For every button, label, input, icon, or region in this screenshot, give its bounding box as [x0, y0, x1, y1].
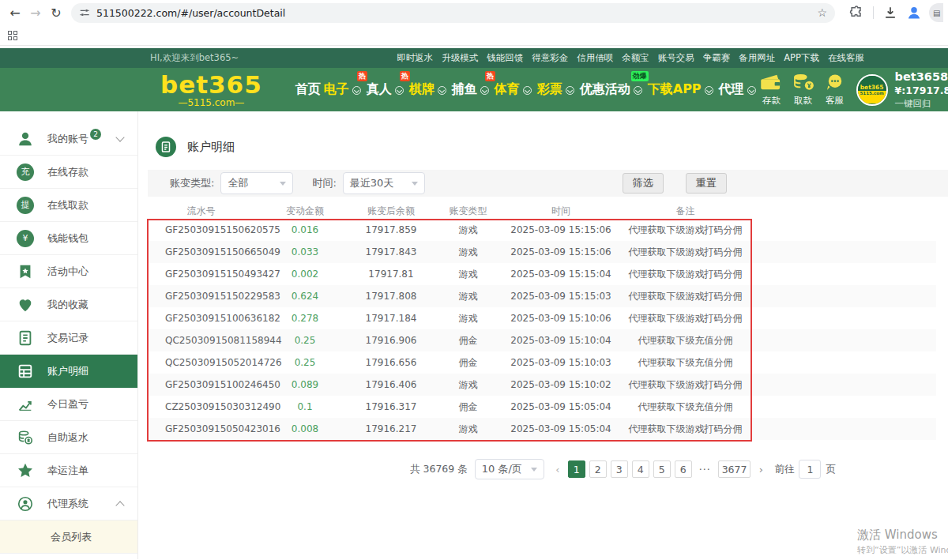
topbar-link[interactable]: 账号交易	[658, 52, 694, 64]
time-cell: 2025-03-09 15:15:03	[510, 291, 612, 302]
topbar-link[interactable]: 升级模式	[442, 52, 478, 64]
page-button-3[interactable]: 3	[611, 460, 628, 478]
extensions-icon[interactable]	[848, 5, 864, 21]
filter-button[interactable]: 筛选	[623, 173, 664, 194]
sidebar-item-在线取款[interactable]: 提在线取款	[0, 189, 137, 222]
sidebar-item-我的账号[interactable]: 我的账号2	[0, 122, 137, 156]
sidebar-item-账户明细[interactable]: 账户明细	[0, 355, 137, 388]
back-icon[interactable]: ←	[5, 2, 25, 23]
hot-badge: 热	[485, 71, 495, 81]
serial-cell: QC25030915081158944	[148, 335, 254, 346]
time-cell: 2025-03-09 15:05:04	[510, 401, 612, 412]
column-header: 账变类型	[427, 205, 510, 218]
nav-item-电子[interactable]: 热电子	[322, 81, 365, 98]
topbar-link[interactable]: 得意彩金	[532, 52, 568, 64]
nav-label: 下载APP	[648, 81, 702, 98]
sidebar-item-代理系统[interactable]: 代理系统	[0, 487, 137, 521]
page-button-2[interactable]: 2	[589, 460, 607, 478]
forward-icon[interactable]: →	[25, 2, 46, 23]
topbar-link[interactable]: 争霸赛	[703, 52, 731, 64]
nav-item-真人[interactable]: 热真人	[365, 81, 408, 98]
sidebar-item-今日盈亏[interactable]: 今日盈亏	[0, 388, 137, 421]
table-row[interactable]: CZ250309150303124900.117916.317佣金2025-03…	[148, 396, 936, 418]
table-row[interactable]: QC250309150811589440.2517916.906佣金2025-0…	[148, 329, 936, 351]
amount-cell: 0.624	[254, 291, 356, 302]
bookmark-star-icon[interactable]: ☆	[817, 6, 827, 19]
quick-actions: 存款取款客服	[760, 73, 847, 107]
table-row[interactable]: GF250309151002464500.08917916.406游戏2025-…	[148, 374, 936, 396]
page-button-1[interactable]: 1	[568, 460, 585, 478]
nav-item-下载APP[interactable]: 下载APP	[646, 81, 717, 98]
balance-cell: 17916.217	[356, 423, 427, 434]
next-page-button[interactable]: ›	[754, 464, 767, 475]
coins-icon	[792, 73, 815, 94]
topbar-link[interactable]: APP下载	[784, 52, 819, 64]
site-info-icon[interactable]	[79, 7, 90, 18]
site-logo[interactable]: bet365 —5115.com—	[160, 73, 262, 107]
nav-item-优惠活动[interactable]: 劲爆优惠活动	[578, 81, 646, 98]
table-row[interactable]: GF250309151504934270.00217917.81游戏2025-0…	[148, 263, 936, 285]
sidebar-item-交易记录[interactable]: 交易记录	[0, 321, 137, 355]
sidebar-item-幸运注单[interactable]: 幸运注单	[0, 454, 137, 487]
table-row[interactable]: GF250309151506205750.01617917.859游戏2025-…	[148, 219, 936, 241]
topbar-link[interactable]: 余额宝	[622, 52, 649, 64]
sidebar-item-会员列表[interactable]: 会员列表	[0, 521, 137, 554]
table-row[interactable]: QC250309150520147260.2517916.656佣金2025-0…	[148, 351, 936, 374]
page-button-3677[interactable]: 3677	[718, 460, 751, 478]
address-bar[interactable]: 511500222.com/#/user/accountDetail ☆	[71, 3, 835, 23]
nav-item-体育[interactable]: 体育	[493, 81, 536, 98]
topbar-link[interactable]: 信用借呗	[577, 52, 613, 64]
table-row[interactable]: GF250309151006361820.27817917.184游戏2025-…	[148, 307, 936, 329]
browser-toolbar: ← → ↻ 511500222.com/#/user/accountDetail…	[0, 0, 948, 25]
page-button-4[interactable]: 4	[632, 460, 649, 478]
sidebar: 我的账号2充在线存款提在线取款¥钱能钱包活动中心我的收藏交易记录账户明细今日盈亏…	[0, 111, 138, 559]
page-button-5[interactable]: 5	[653, 460, 671, 478]
download-icon[interactable]	[882, 5, 898, 21]
quick-客服[interactable]: 客服	[823, 73, 847, 107]
profit-icon	[16, 395, 35, 414]
topbar-link[interactable]: 钱能回馈	[487, 52, 523, 64]
balance-cell: 17917.184	[356, 313, 427, 324]
goto-page-input[interactable]	[799, 460, 821, 479]
chevron-down-circle-icon	[634, 86, 642, 95]
prev-page-button[interactable]: ‹	[551, 464, 564, 475]
refresh-icon[interactable]: ↻	[46, 2, 66, 23]
sidebar-item-在线存款[interactable]: 充在线存款	[0, 156, 137, 189]
quick-取款[interactable]: 取款	[792, 73, 815, 107]
page-button-6[interactable]: 6	[675, 460, 692, 478]
logo-subtitle: —5115.com—	[160, 98, 262, 107]
table-row[interactable]: GF250309151506650490.03317917.843游戏2025-…	[148, 241, 936, 263]
chevron-down-icon	[280, 182, 286, 186]
url-text[interactable]: 511500222.com/#/user/accountDetail	[96, 7, 285, 19]
table-row[interactable]: GF250309150504230160.00817916.217游戏2025-…	[148, 418, 936, 440]
nav-item-捕鱼[interactable]: 热捕鱼	[450, 81, 493, 98]
chevron-up-icon[interactable]	[115, 501, 124, 509]
nav-item-彩票[interactable]: 彩票	[536, 81, 578, 98]
quick-label: 存款	[762, 95, 781, 107]
topbar-link[interactable]: 备用网址	[739, 52, 775, 64]
reset-button[interactable]: 重置	[686, 173, 727, 194]
browser-menu-partial[interactable]: ▤	[929, 3, 943, 22]
sidebar-item-自助返水[interactable]: 自助返水	[0, 421, 137, 454]
sidebar-item-钱能钱包[interactable]: ¥钱能钱包	[0, 222, 137, 255]
sidebar-item-label: 账户明细	[47, 364, 88, 378]
chevron-down-icon[interactable]	[115, 133, 124, 141]
balance-cell: 17916.317	[356, 401, 427, 412]
page-size-select[interactable]: 10 条/页	[475, 459, 544, 479]
quick-存款[interactable]: 存款	[760, 73, 784, 107]
profile-avatar-icon[interactable]	[906, 5, 922, 21]
nav-item-代理[interactable]: 代理	[717, 81, 760, 98]
nav-item-棋牌[interactable]: 棋牌	[408, 81, 450, 98]
topbar-link[interactable]: 在线客服	[828, 52, 864, 64]
type-filter-select[interactable]: 全部	[220, 172, 293, 194]
table-row[interactable]: GF250309151502295830.62417917.808游戏2025-…	[148, 285, 936, 307]
apps-grid-icon[interactable]	[8, 31, 17, 40]
nav-label: 捕鱼	[452, 81, 477, 98]
time-filter-value: 最近30天	[350, 176, 394, 190]
one-key-return-button[interactable]: 一键回归	[895, 98, 948, 110]
topbar-link[interactable]: 即时返水	[397, 52, 433, 64]
time-filter-select[interactable]: 最近30天	[343, 172, 425, 194]
nav-item-首页[interactable]: 首页	[294, 81, 322, 98]
sidebar-item-活动中心[interactable]: 活动中心	[0, 255, 137, 288]
sidebar-item-我的收藏[interactable]: 我的收藏	[0, 288, 137, 321]
